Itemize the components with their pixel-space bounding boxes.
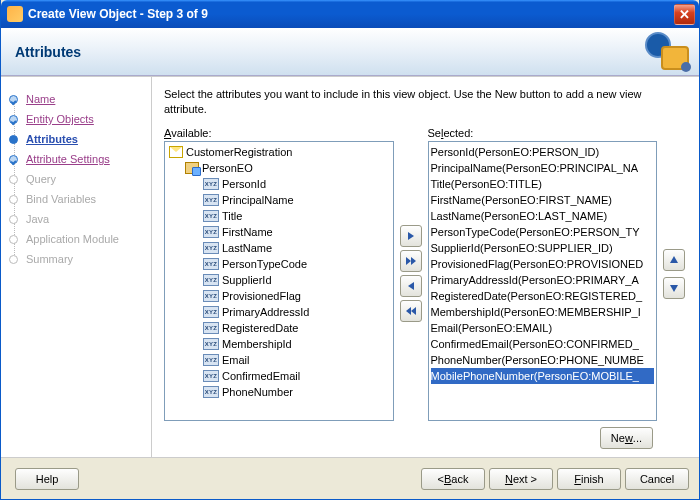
selected-item[interactable]: ConfirmedEmail(PersonEO:CONFIRMED_ (431, 336, 655, 352)
attribute-icon: XYZ (203, 258, 219, 270)
wizard-step-query: Query (9, 173, 145, 185)
attribute-icon: XYZ (203, 210, 219, 222)
selected-item[interactable]: ProvisionedFlag(PersonEO:PROVISIONED (431, 256, 655, 272)
available-tree[interactable]: CustomerRegistrationPersonEOXYZPersonIdX… (164, 141, 394, 421)
attribute-icon: XYZ (203, 354, 219, 366)
tree-attr[interactable]: XYZPrincipalName (167, 192, 391, 208)
tree-attr[interactable]: XYZMembershipId (167, 336, 391, 352)
move-right-button[interactable] (400, 225, 422, 247)
titlebar: Create View Object - Step 3 of 9 ✕ (1, 0, 699, 28)
wizard-icon (7, 6, 23, 22)
banner: Attributes (1, 28, 699, 76)
tree-label: ConfirmedEmail (222, 370, 300, 382)
envelope-icon (169, 146, 183, 158)
tree-attr[interactable]: XYZPhoneNumber (167, 384, 391, 400)
selected-item[interactable]: SupplierId(PersonEO:SUPPLIER_ID) (431, 240, 655, 256)
wizard-step-application-module: Application Module (9, 233, 145, 245)
tree-label: PhoneNumber (222, 386, 293, 398)
selected-label: Selected: (428, 127, 658, 139)
selected-item[interactable]: MembershipId(PersonEO:MEMBERSHIP_I (431, 304, 655, 320)
selected-list[interactable]: PersonId(PersonEO:PERSON_ID)PrincipalNam… (428, 141, 658, 421)
attribute-icon: XYZ (203, 306, 219, 318)
finish-button[interactable]: Finish (557, 468, 621, 490)
selected-item[interactable]: Title(PersonEO:TITLE) (431, 176, 655, 192)
selected-item[interactable]: PrincipalName(PersonEO:PRINCIPAL_NA (431, 160, 655, 176)
selected-item[interactable]: PersonTypeCode(PersonEO:PERSON_TY (431, 224, 655, 240)
attribute-icon: XYZ (203, 178, 219, 190)
tree-label: PrincipalName (222, 194, 294, 206)
step-label: Attribute Settings (26, 153, 110, 165)
wizard-step-name[interactable]: Name (9, 93, 145, 105)
selected-item[interactable]: PrimaryAddressId(PersonEO:PRIMARY_A (431, 272, 655, 288)
step-label: Attributes (26, 133, 78, 145)
tree-attr[interactable]: XYZLastName (167, 240, 391, 256)
tree-attr[interactable]: XYZPersonId (167, 176, 391, 192)
tree-root[interactable]: CustomerRegistration (167, 144, 391, 160)
tree-label: FirstName (222, 226, 273, 238)
tree-attr[interactable]: XYZProvisionedFlag (167, 288, 391, 304)
window-title: Create View Object - Step 3 of 9 (28, 7, 674, 21)
tree-attr[interactable]: XYZFirstName (167, 224, 391, 240)
selected-item[interactable]: FirstName(PersonEO:FIRST_NAME) (431, 192, 655, 208)
selected-item[interactable]: PhoneNumber(PersonEO:PHONE_NUMBE (431, 352, 655, 368)
selected-item[interactable]: RegisteredDate(PersonEO:REGISTERED_ (431, 288, 655, 304)
tree-label: Title (222, 210, 242, 222)
wizard-step-bind-variables: Bind Variables (9, 193, 145, 205)
attribute-icon: XYZ (203, 322, 219, 334)
selected-item[interactable]: PersonId(PersonEO:PERSON_ID) (431, 144, 655, 160)
attribute-icon: XYZ (203, 242, 219, 254)
tree-label: SupplierId (222, 274, 272, 286)
attribute-icon: XYZ (203, 370, 219, 382)
available-label: Available: (164, 127, 394, 139)
move-left-button[interactable] (400, 275, 422, 297)
selected-item[interactable]: LastName(PersonEO:LAST_NAME) (431, 208, 655, 224)
move-down-button[interactable] (663, 277, 685, 299)
attribute-icon: XYZ (203, 226, 219, 238)
attribute-icon: XYZ (203, 338, 219, 350)
wizard-steps-sidebar: NameEntity ObjectsAttributesAttribute Se… (1, 77, 151, 457)
tree-label: Email (222, 354, 250, 366)
content-pane: Select the attributes you want to includ… (151, 77, 699, 457)
instruction-text: Select the attributes you want to includ… (164, 87, 687, 117)
attribute-icon: XYZ (203, 290, 219, 302)
attribute-icon: XYZ (203, 274, 219, 286)
tree-attr[interactable]: XYZEmail (167, 352, 391, 368)
entity-icon (185, 162, 199, 174)
back-button[interactable]: < Back (421, 468, 485, 490)
selected-item[interactable]: Email(PersonEO:EMAIL) (431, 320, 655, 336)
move-up-button[interactable] (663, 249, 685, 271)
wizard-step-java: Java (9, 213, 145, 225)
step-label: Entity Objects (26, 113, 94, 125)
move-all-left-button[interactable] (400, 300, 422, 322)
tree-label: CustomerRegistration (186, 146, 292, 158)
close-button[interactable]: ✕ (674, 4, 695, 25)
wizard-step-attributes[interactable]: Attributes (9, 133, 145, 145)
step-label: Java (26, 213, 49, 225)
banner-art-icon (625, 32, 689, 72)
tree-label: RegisteredDate (222, 322, 298, 334)
next-button[interactable]: Next > (489, 468, 553, 490)
new-button[interactable]: New... (600, 427, 653, 449)
tree-label: MembershipId (222, 338, 292, 350)
cancel-button[interactable]: Cancel (625, 468, 689, 490)
tree-attr[interactable]: XYZSupplierId (167, 272, 391, 288)
tree-attr[interactable]: XYZPrimaryAddressId (167, 304, 391, 320)
tree-label: PrimaryAddressId (222, 306, 309, 318)
wizard-step-summary: Summary (9, 253, 145, 265)
tree-label: ProvisionedFlag (222, 290, 301, 302)
tree-label: LastName (222, 242, 272, 254)
tree-attr[interactable]: XYZTitle (167, 208, 391, 224)
selected-item[interactable]: MobilePhoneNumber(PersonEO:MOBILE_ (431, 368, 655, 384)
tree-label: PersonEO (202, 162, 253, 174)
tree-attr[interactable]: XYZPersonTypeCode (167, 256, 391, 272)
tree-label: PersonTypeCode (222, 258, 307, 270)
move-all-right-button[interactable] (400, 250, 422, 272)
tree-entity[interactable]: PersonEO (167, 160, 391, 176)
step-label: Bind Variables (26, 193, 96, 205)
tree-attr[interactable]: XYZConfirmedEmail (167, 368, 391, 384)
wizard-step-entity-objects[interactable]: Entity Objects (9, 113, 145, 125)
wizard-step-attribute-settings[interactable]: Attribute Settings (9, 153, 145, 165)
tree-attr[interactable]: XYZRegisteredDate (167, 320, 391, 336)
step-label: Summary (26, 253, 73, 265)
help-button[interactable]: Help (15, 468, 79, 490)
